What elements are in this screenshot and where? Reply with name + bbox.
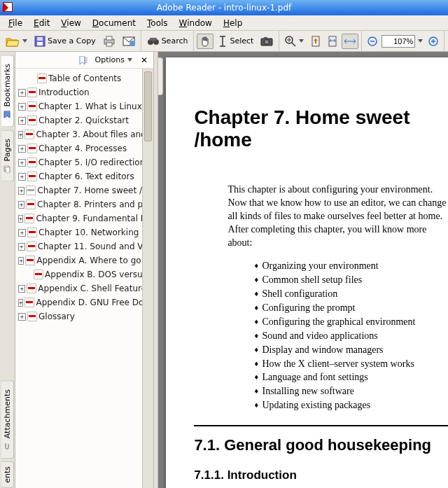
document-area[interactable]: Chapter 7. Home sweet /home This chapter… <box>158 52 448 488</box>
bookmark-item[interactable]: +Chapter 2. Quickstart <box>15 113 142 127</box>
tab-comments[interactable]: ents <box>1 461 14 488</box>
zoom-out-button[interactable] <box>365 34 380 49</box>
expand-toggle[interactable]: + <box>18 313 26 321</box>
search-label: Search <box>162 36 188 46</box>
zoom-in-button[interactable] <box>282 34 307 49</box>
bookmark-label: Chapter 9. Fundamental Backup Techniques <box>36 214 142 223</box>
topic-item: Configuring the prompt <box>254 301 448 315</box>
bookmark-item[interactable]: +Glossary <box>15 309 142 323</box>
menu-window[interactable]: Window <box>175 17 216 29</box>
scrollbar-thumb[interactable] <box>144 71 152 141</box>
subsection-heading: 7.1.1. Introduction <box>194 468 448 482</box>
bookmark-label: Chapter 2. Quickstart <box>38 116 129 125</box>
expand-toggle[interactable]: + <box>18 285 25 293</box>
fit-page-icon <box>328 36 337 47</box>
chevron-down-icon <box>299 39 304 43</box>
navigation-rail: Bookmarks Pages Attachments ents <box>0 52 15 488</box>
expand-toggle[interactable]: + <box>18 299 23 307</box>
expand-toggle <box>28 75 36 83</box>
tab-pages[interactable]: Pages <box>1 130 14 181</box>
topic-item: Sound and video applications <box>254 329 448 343</box>
bookmark-item[interactable]: +Introduction <box>15 85 142 99</box>
expand-toggle[interactable]: + <box>18 173 26 181</box>
expand-toggle[interactable]: + <box>18 89 26 97</box>
pdf-bookmark-icon <box>24 214 34 223</box>
fit-width-button[interactable] <box>342 34 358 49</box>
expand-toggle[interactable]: + <box>18 159 26 167</box>
doc-side-tab[interactable] <box>158 57 163 95</box>
expand-toggle[interactable]: + <box>18 201 24 209</box>
fit-page-button[interactable] <box>325 34 340 49</box>
bookmark-item[interactable]: +Chapter 9. Fundamental Backup Technique… <box>15 211 142 225</box>
fit-width-icon <box>344 36 356 46</box>
bookmark-item[interactable]: +Chapter 7. Home sweet /home <box>15 183 142 197</box>
bookmark-item[interactable]: +Chapter 1. What is Linux? <box>15 99 142 113</box>
topic-item: Display and window managers <box>254 343 448 357</box>
bookmark-item[interactable]: +Chapter 11. Sound and Video <box>15 239 142 253</box>
menu-tools[interactable]: Tools <box>143 17 172 29</box>
menu-document[interactable]: Document <box>88 17 140 29</box>
bookmark-label: Chapter 7. Home sweet /home <box>37 186 142 195</box>
expand-toggle[interactable]: + <box>18 187 24 195</box>
save-copy-button[interactable]: Save a Copy <box>31 34 99 49</box>
print-button[interactable] <box>100 34 118 49</box>
close-pane-button[interactable]: ✕ <box>139 55 149 65</box>
options-menu[interactable]: Options <box>95 55 132 64</box>
bookmark-label: Chapter 10. Networking <box>38 228 139 237</box>
hand-tool-button[interactable] <box>197 34 214 49</box>
bookmark-item[interactable]: +Appendix C. Shell Features <box>15 281 142 295</box>
printer-icon <box>103 36 115 47</box>
bookmark-label: Appendix A. Where to go from here? <box>36 256 142 265</box>
expand-toggle[interactable]: + <box>18 257 24 265</box>
bookmark-item[interactable]: +Chapter 6. Text editors <box>15 169 142 183</box>
bookmark-item[interactable]: Appendix B. DOS versus Linux commands <box>15 267 142 281</box>
select-tool-button[interactable]: Select <box>215 34 256 49</box>
menu-help[interactable]: Help <box>219 17 246 29</box>
expand-toggle[interactable]: + <box>18 229 26 237</box>
topic-item: Configuring the graphical environment <box>254 315 448 329</box>
bookmark-item[interactable]: +Chapter 5. I/O redirection <box>15 155 142 169</box>
menu-view[interactable]: View <box>57 17 85 29</box>
search-button[interactable]: Search <box>144 34 191 49</box>
bookmark-item[interactable]: +Chapter 10. Networking <box>15 225 142 239</box>
expand-toggle[interactable]: + <box>18 243 25 251</box>
bookmark-item[interactable]: +Chapter 8. Printers and printing <box>15 197 142 211</box>
expand-toggle[interactable]: + <box>18 145 26 153</box>
bookmarks-scrollbar[interactable] <box>142 69 153 488</box>
actual-size-button[interactable] <box>308 34 323 49</box>
svg-point-12 <box>265 39 270 44</box>
bookmark-item[interactable]: +Appendix A. Where to go from here? <box>15 253 142 267</box>
pdf-bookmark-icon <box>26 200 36 209</box>
svg-rect-5 <box>106 43 112 46</box>
bookmark-label: Chapter 1. What is Linux? <box>38 102 142 111</box>
bookmark-label: Chapter 11. Sound and Video <box>38 242 142 251</box>
tab-attachments[interactable]: Attachments <box>1 380 14 459</box>
bookmark-item[interactable]: Table of Contents <box>15 71 142 85</box>
expand-toggle[interactable]: + <box>18 103 26 111</box>
chevron-down-icon <box>127 58 132 62</box>
folder-open-icon <box>6 36 20 47</box>
app-icon <box>3 2 13 12</box>
chapter-heading: Chapter 7. Home sweet /home <box>194 106 448 151</box>
tab-bookmarks[interactable]: Bookmarks <box>1 55 14 127</box>
chevron-down-icon[interactable] <box>418 39 423 43</box>
zoom-in-button-2[interactable] <box>426 34 441 49</box>
pdf-bookmark-icon <box>27 144 37 153</box>
expand-toggle[interactable]: + <box>18 215 23 223</box>
pdf-bookmark-icon <box>27 158 37 167</box>
zoom-level-input[interactable] <box>382 35 415 48</box>
email-button[interactable] <box>120 34 138 49</box>
snapshot-tool-button[interactable] <box>258 34 276 49</box>
bookmark-item[interactable]: +Chapter 4. Processes <box>15 141 142 155</box>
bookmark-icon <box>78 56 88 64</box>
menu-file[interactable]: File <box>4 17 27 29</box>
select-label: Select <box>230 36 253 46</box>
menu-edit[interactable]: Edit <box>29 17 54 29</box>
open-button[interactable] <box>3 34 30 49</box>
paperclip-icon <box>4 442 10 449</box>
bookmark-item[interactable]: +Appendix D. GNU Free Documentation Lice… <box>15 295 142 309</box>
expand-toggle[interactable]: + <box>18 131 23 139</box>
expand-toggle <box>28 271 32 279</box>
expand-toggle[interactable]: + <box>18 117 26 125</box>
bookmark-item[interactable]: +Chapter 3. About files and the file sys… <box>15 127 142 141</box>
